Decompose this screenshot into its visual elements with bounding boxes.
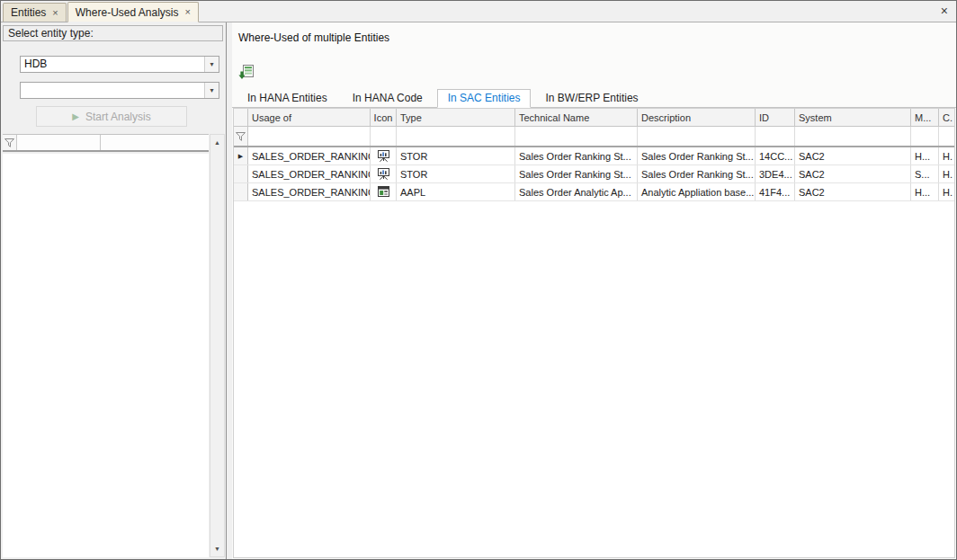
app-window: Entities × Where-Used Analysis × × Selec… bbox=[0, 0, 957, 560]
cell-system[interactable]: SAC2 bbox=[795, 165, 911, 182]
grid-column-blank-1[interactable] bbox=[17, 135, 101, 150]
export-excel-icon bbox=[238, 65, 254, 80]
dropdown-arrow-icon[interactable]: ▾ bbox=[204, 57, 219, 72]
filter-funnel-icon bbox=[4, 138, 14, 147]
cell-type[interactable]: STOR bbox=[397, 147, 515, 164]
column-header-technical-name[interactable]: Technical Name bbox=[515, 109, 638, 126]
cell-type[interactable]: AAPL bbox=[397, 183, 515, 200]
cell-type[interactable]: STOR bbox=[397, 165, 515, 182]
grid-header-row: Usage of Icon Type Technical Name Descri… bbox=[234, 109, 954, 127]
entity-combo[interactable]: ▾ bbox=[20, 82, 219, 99]
entity-type-combo-value: HDB bbox=[21, 57, 204, 72]
scroll-down-icon[interactable]: ▼ bbox=[214, 541, 220, 556]
filter-cell-c[interactable] bbox=[939, 127, 954, 146]
cell-m[interactable]: H... bbox=[911, 147, 939, 164]
cell-m[interactable]: S... bbox=[911, 165, 939, 182]
cell-usage-of[interactable]: SALES_ORDER_RANKING bbox=[248, 183, 371, 200]
filter-cell-technical-name[interactable] bbox=[515, 127, 638, 146]
cell-system[interactable]: SAC2 bbox=[795, 147, 911, 164]
main-area: Select entity type: HDB ▾ ▾ ▶ Start Anal… bbox=[1, 22, 956, 559]
doc-tab-label: Entities bbox=[11, 6, 46, 19]
doc-tab-entities[interactable]: Entities × bbox=[3, 3, 67, 22]
left-panel-scrollbar[interactable]: ▲ ▼ bbox=[210, 134, 225, 557]
filter-cell-system[interactable] bbox=[795, 127, 911, 146]
table-row[interactable]: SALES_ORDER_RANKING AAPL Sales Order Ana… bbox=[234, 183, 954, 201]
dropdown-arrow-icon[interactable]: ▾ bbox=[204, 83, 219, 98]
filter-cell-icon[interactable] bbox=[371, 127, 397, 146]
filter-cell-id[interactable] bbox=[756, 127, 795, 146]
start-analysis-label: Start Analysis bbox=[85, 111, 151, 123]
left-filter-grid-header bbox=[3, 134, 209, 152]
filter-cell-m[interactable] bbox=[911, 127, 939, 146]
entity-combo-value bbox=[21, 83, 204, 98]
column-header-system[interactable]: System bbox=[795, 109, 911, 126]
close-icon[interactable]: × bbox=[185, 7, 191, 17]
results-grid: Usage of Icon Type Technical Name Descri… bbox=[233, 108, 955, 558]
tab-in-hana-entities[interactable]: In HANA Entities bbox=[237, 89, 338, 108]
cell-c[interactable]: H. bbox=[939, 183, 954, 200]
page-title: Where-Used of multiple Entities bbox=[238, 31, 389, 44]
start-analysis-button[interactable]: ▶ Start Analysis bbox=[36, 106, 187, 127]
row-indicator-cell: ▶ bbox=[234, 147, 248, 164]
row-indicator-cell bbox=[234, 165, 248, 182]
cell-icon bbox=[371, 183, 397, 200]
story-icon bbox=[377, 149, 390, 163]
cell-m[interactable]: H... bbox=[911, 183, 939, 200]
entity-selection-panel: Select entity type: HDB ▾ ▾ ▶ Start Anal… bbox=[1, 22, 227, 559]
column-header-m[interactable]: M... bbox=[911, 109, 939, 126]
cell-technical-name[interactable]: Sales Order Ranking St... bbox=[515, 165, 638, 182]
grid-empty-area[interactable] bbox=[234, 201, 954, 557]
select-entity-type-caption: Select entity type: bbox=[3, 25, 223, 41]
cell-technical-name[interactable]: Sales Order Analytic Ap... bbox=[515, 183, 638, 200]
filter-indicator-cell bbox=[234, 127, 248, 146]
current-row-arrow-icon: ▶ bbox=[238, 153, 243, 159]
result-tabstrip: In HANA Entities In HANA Code In SAC Ent… bbox=[232, 90, 956, 108]
filter-row bbox=[234, 127, 954, 147]
cell-usage-of[interactable]: SALES_ORDER_RANKING bbox=[248, 147, 371, 164]
column-header-usage-of[interactable]: Usage of bbox=[248, 109, 371, 126]
doc-tab-where-used-analysis[interactable]: Where-Used Analysis × bbox=[67, 2, 199, 22]
column-header-id[interactable]: ID bbox=[756, 109, 795, 126]
cell-technical-name[interactable]: Sales Order Ranking St... bbox=[515, 147, 638, 164]
column-header-icon[interactable]: Icon bbox=[371, 109, 397, 126]
close-icon[interactable]: × bbox=[52, 8, 58, 18]
grid-column-blank-2[interactable] bbox=[101, 135, 209, 150]
cell-id[interactable]: 3DE4... bbox=[756, 165, 795, 182]
column-header-type[interactable]: Type bbox=[397, 109, 515, 126]
cell-id[interactable]: 41F4... bbox=[756, 183, 795, 200]
cell-id[interactable]: 14CC... bbox=[756, 147, 795, 164]
cell-description[interactable]: Analytic Appliation base... bbox=[638, 183, 756, 200]
filter-cell-type[interactable] bbox=[397, 127, 515, 146]
table-row[interactable]: SALES_ORDER_RANKING STOR Sales Order Ran… bbox=[234, 165, 954, 183]
filter-indicator-cell bbox=[3, 135, 17, 150]
entity-type-combo[interactable]: HDB ▾ bbox=[20, 56, 219, 73]
cell-c[interactable]: H. bbox=[939, 165, 954, 182]
column-header-c[interactable]: C. bbox=[939, 109, 954, 126]
left-grid-empty-area[interactable] bbox=[3, 154, 209, 557]
cell-icon bbox=[371, 165, 397, 182]
column-header-description[interactable]: Description bbox=[638, 109, 756, 126]
export-excel-button[interactable] bbox=[237, 63, 255, 81]
scroll-up-icon[interactable]: ▲ bbox=[214, 135, 220, 150]
cell-icon bbox=[371, 147, 397, 164]
filter-cell-description[interactable] bbox=[638, 127, 756, 146]
header-indicator-cell bbox=[234, 109, 248, 126]
play-icon: ▶ bbox=[72, 112, 79, 121]
cell-c[interactable]: H. bbox=[939, 147, 954, 164]
cell-usage-of[interactable]: SALES_ORDER_RANKING bbox=[248, 165, 371, 182]
doc-tab-label: Where-Used Analysis bbox=[76, 6, 179, 19]
analytic-application-icon bbox=[377, 185, 390, 199]
tab-in-hana-code[interactable]: In HANA Code bbox=[342, 89, 434, 108]
row-indicator-cell bbox=[234, 183, 248, 200]
cell-system[interactable]: SAC2 bbox=[795, 183, 911, 200]
table-row[interactable]: ▶ SALES_ORDER_RANKING STOR Sales Ord bbox=[234, 147, 954, 165]
where-used-panel: Where-Used of multiple Entities In HANA … bbox=[232, 22, 956, 559]
story-icon bbox=[377, 167, 390, 181]
tab-in-sac-entities[interactable]: In SAC Entities bbox=[437, 89, 532, 108]
window-close-icon[interactable]: × bbox=[941, 4, 948, 17]
tab-in-bw-erp-entities[interactable]: In BW/ERP Entities bbox=[534, 89, 648, 108]
cell-description[interactable]: Sales Order Ranking St... bbox=[638, 165, 756, 182]
filter-funnel-icon bbox=[236, 132, 246, 141]
filter-cell-usage-of[interactable] bbox=[248, 127, 371, 146]
cell-description[interactable]: Sales Order Ranking St... bbox=[638, 147, 756, 164]
